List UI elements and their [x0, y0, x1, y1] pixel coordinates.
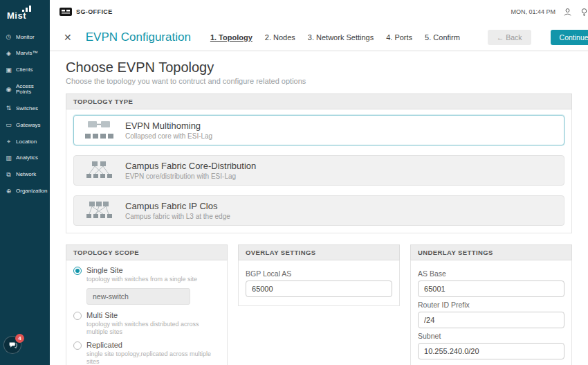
- site-badge-icon: [59, 8, 72, 16]
- account-button[interactable]: [563, 8, 572, 17]
- wizard-steps: 1. Topology 2. Nodes 3. Network Settings…: [210, 33, 460, 42]
- sidebar-item-label: Access Points: [16, 84, 47, 96]
- radio-label: Multi Site: [86, 311, 220, 320]
- location-icon: ⌖: [5, 139, 12, 145]
- sidebar-item-label: Organization: [16, 188, 47, 195]
- subnet-input[interactable]: [418, 343, 564, 359]
- step-topology[interactable]: 1. Topology: [210, 33, 252, 42]
- section-title: Choose EVPN Topology: [66, 60, 572, 75]
- sidebar-item-label: Location: [16, 139, 37, 145]
- ip-clos-topology-icon: [82, 200, 116, 221]
- bgp-local-as-label: BGP Local AS: [246, 269, 392, 278]
- radio-desc: topology with switches distributed acros…: [86, 321, 220, 336]
- main-column: SG-OFFICE MON, 01:44 PM: [50, 0, 588, 365]
- clients-icon: ▣: [5, 67, 12, 74]
- access-points-icon: ◉: [5, 87, 12, 94]
- topology-type-body: EVPN Multihoming Collapsed core with ESI…: [66, 109, 572, 233]
- person-icon: [563, 8, 572, 17]
- router-id-prefix-label: Router ID Prefix: [418, 301, 564, 309]
- sidebar-item-label: Analytics: [16, 155, 38, 161]
- radio-button-icon: [73, 267, 82, 275]
- continue-button[interactable]: Continue →: [551, 30, 588, 45]
- sidebar-item-label: Network: [16, 172, 36, 178]
- gateways-icon: ▭: [5, 122, 12, 129]
- step-confirm[interactable]: 5. Confirm: [425, 33, 460, 42]
- notification-badge: 4: [15, 334, 24, 343]
- option-evpn-multihoming[interactable]: EVPN Multihoming Collapsed core with ESI…: [73, 115, 564, 145]
- sidebar-item-label: Monitor: [16, 35, 35, 41]
- option-desc: EVPN core/distribution with ESI-Lag: [125, 172, 256, 180]
- as-base-input[interactable]: [418, 281, 564, 297]
- mist-logo-text: Mist: [7, 10, 50, 21]
- analytics-icon: ▥: [5, 155, 12, 162]
- sidebar-item-label: Marvis™: [16, 51, 38, 57]
- wizard-header: ✕ EVPN Configuration 1. Topology 2. Node…: [50, 24, 588, 51]
- step-ports[interactable]: 4. Ports: [386, 33, 412, 42]
- sidebar-item-monitor[interactable]: ◷ Monitor: [0, 29, 50, 46]
- radio-button-icon: [73, 312, 82, 320]
- router-id-prefix-input[interactable]: [418, 312, 564, 328]
- site-selector[interactable]: SG-OFFICE: [59, 8, 113, 16]
- radio-desc: single site topology,replicated across m…: [86, 350, 220, 365]
- assistant-button[interactable]: 4: [3, 336, 21, 354]
- underlay-settings-panel: UNDERLAY SETTINGS AS Base Router ID Pref…: [410, 244, 572, 365]
- sidebar-item-analytics[interactable]: ▥ Analytics: [0, 150, 50, 167]
- page-title: EVPN Configuration: [86, 30, 191, 44]
- lightbulb-icon: [580, 8, 588, 17]
- overlay-settings-panel: OVERLAY SETTINGS BGP Local AS: [238, 244, 400, 306]
- topology-scope-panel: TOPOLOGY SCOPE Single Site topology with…: [66, 244, 228, 365]
- radio-label: Replicated: [86, 341, 220, 350]
- overlay-settings-header: OVERLAY SETTINGS: [238, 244, 400, 260]
- sidebar-item-switches[interactable]: ⇅ Switches: [0, 100, 50, 117]
- content-area: Choose EVPN Topology Choose the topology…: [50, 51, 588, 365]
- sidebar-item-network[interactable]: ⧉ Network: [0, 167, 50, 184]
- step-network-settings[interactable]: 3. Network Settings: [308, 33, 374, 42]
- radio-multi-site[interactable]: Multi Site topology with switches distri…: [73, 311, 220, 336]
- app-window: Mist ◷ Monitor ◈ Marvis™ ▣ Clients ◉ Acc…: [0, 0, 588, 365]
- option-desc: Collapsed core with ESI-Lag: [125, 132, 212, 140]
- radio-button-icon: [73, 341, 82, 350]
- sidebar-item-access-points[interactable]: ◉ Access Points: [0, 79, 50, 101]
- sidebar-item-clients[interactable]: ▣ Clients: [0, 62, 50, 79]
- overlay-settings-body: BGP Local AS: [238, 260, 400, 306]
- radio-replicated[interactable]: Replicated single site topology,replicat…: [73, 341, 220, 365]
- option-campus-fabric-ip-clos[interactable]: Campus Fabric IP Clos Campus fabric with…: [73, 195, 564, 226]
- core-distribution-topology-icon: [82, 160, 116, 181]
- option-title: Campus Fabric IP Clos: [125, 201, 230, 211]
- chat-bubble-icon: [8, 341, 17, 350]
- site-name-field[interactable]: new-switch: [86, 288, 190, 305]
- sidebar-item-marvis[interactable]: ◈ Marvis™: [0, 46, 50, 62]
- sidebar-item-organization[interactable]: ⊕ Organization: [0, 184, 50, 200]
- close-icon[interactable]: ✕: [64, 32, 72, 43]
- topology-scope-body: Single Site topology with switches from …: [66, 260, 228, 365]
- multihoming-topology-icon: [82, 120, 116, 141]
- sidebar-nav: ◷ Monitor ◈ Marvis™ ▣ Clients ◉ Access P…: [0, 29, 50, 200]
- topbar: SG-OFFICE MON, 01:44 PM: [50, 0, 588, 24]
- topology-scope-header: TOPOLOGY SCOPE: [66, 244, 228, 260]
- site-name: SG-OFFICE: [76, 8, 113, 15]
- monitor-icon: ◷: [5, 34, 12, 41]
- option-title: Campus Fabric Core-Distribution: [125, 161, 256, 171]
- option-campus-fabric-core-distribution[interactable]: Campus Fabric Core-Distribution EVPN cor…: [73, 155, 564, 186]
- sidebar-item-label: Gateways: [16, 123, 41, 129]
- clock: MON, 01:44 PM: [511, 8, 556, 15]
- radio-single-site[interactable]: Single Site topology with switches from …: [73, 266, 220, 283]
- underlay-settings-body: AS Base Router ID Prefix Subnet: [410, 260, 572, 365]
- topbar-right: MON, 01:44 PM ?: [511, 8, 588, 17]
- as-base-label: AS Base: [418, 269, 564, 278]
- sidebar-item-location[interactable]: ⌖ Location: [0, 134, 50, 150]
- topology-type-header: TOPOLOGY TYPE: [66, 94, 572, 109]
- sidebar-item-gateways[interactable]: ▭ Gateways: [0, 117, 50, 134]
- subnet-label: Subnet: [418, 332, 564, 340]
- whats-new-button[interactable]: [580, 8, 588, 17]
- back-button[interactable]: ← Back: [488, 30, 531, 45]
- switches-icon: ⇅: [5, 105, 12, 112]
- step-nodes[interactable]: 2. Nodes: [265, 33, 295, 42]
- marvis-icon: ◈: [5, 51, 12, 57]
- topology-type-panel: TOPOLOGY TYPE: [66, 94, 572, 233]
- settings-row: TOPOLOGY SCOPE Single Site topology with…: [66, 244, 572, 365]
- section-subtitle: Choose the topology you want to contruct…: [66, 77, 572, 85]
- option-desc: Campus fabric with L3 at the edge: [125, 213, 230, 220]
- mist-logo[interactable]: Mist: [0, 0, 50, 25]
- bgp-local-as-input[interactable]: [246, 281, 392, 297]
